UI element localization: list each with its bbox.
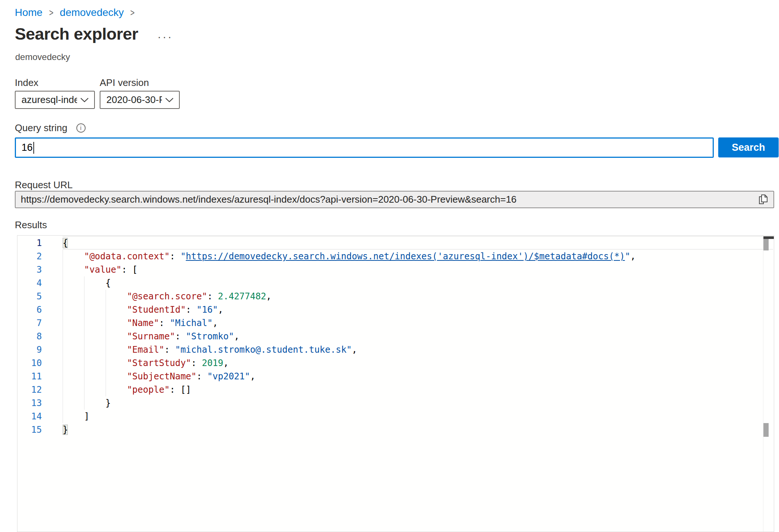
code-line-content: } <box>63 423 774 436</box>
indent-guide <box>84 303 84 316</box>
code-line[interactable]: 13 } <box>17 396 774 410</box>
code-token: 2.4277482 <box>218 291 266 302</box>
code-line-content: "@search.score": 2.4277482, <box>63 290 774 303</box>
query-string-label: Query string <box>15 122 67 134</box>
code-token: , <box>630 251 636 262</box>
code-token: "SubjectName" <box>127 371 196 382</box>
indent-guide <box>84 316 84 330</box>
code-line-content: ] <box>63 410 774 423</box>
chevron-down-icon <box>165 97 174 103</box>
query-string-input[interactable]: 16 <box>15 137 714 158</box>
code-token: , <box>218 305 223 315</box>
api-version-label: API version <box>100 77 149 89</box>
code-lines: 1{2 "@odata.context": "https://demovedec… <box>17 236 774 436</box>
line-number: 12 <box>17 383 63 396</box>
code-link[interactable]: https://demovedecky.search.windows.net/i… <box>186 251 625 262</box>
query-string-value: 16 <box>21 142 33 153</box>
index-dropdown[interactable]: azuresql-index <box>15 91 95 109</box>
info-icon[interactable]: i <box>76 123 86 133</box>
code-line[interactable]: 3 "value": [ <box>17 263 774 276</box>
api-version-dropdown-value: 2020-06-30-Pre... <box>106 94 162 106</box>
code-line[interactable]: 6 "StudentId": "16", <box>17 303 774 316</box>
line-number: 4 <box>17 276 63 290</box>
code-token: ] <box>84 411 89 422</box>
results-json-editor[interactable]: 1{2 "@odata.context": "https://demovedec… <box>17 235 774 532</box>
indent-guide <box>84 383 84 396</box>
code-token: " <box>180 251 186 262</box>
code-token: "Surname" <box>127 331 175 342</box>
code-token: : <box>170 251 180 262</box>
code-token: : <box>165 345 175 355</box>
indent-guide <box>63 410 63 423</box>
code-line[interactable]: 11 "SubjectName": "vp2021", <box>17 370 774 383</box>
request-url-label: Request URL <box>15 179 73 191</box>
indent-guide <box>106 356 106 370</box>
chevron-down-icon <box>80 97 89 103</box>
breadcrumb-chevron-icon: > <box>49 7 53 18</box>
search-button[interactable]: Search <box>718 137 779 157</box>
indent-guide <box>106 316 106 330</box>
code-line[interactable]: 15} <box>17 423 774 436</box>
indent-guide <box>63 303 63 316</box>
code-token: } <box>63 425 68 435</box>
copy-icon[interactable] <box>758 194 768 206</box>
code-line-content: } <box>63 396 774 410</box>
overview-ruler-bracket-mark-bottom[interactable] <box>763 423 769 437</box>
code-line[interactable]: 1{ <box>17 236 774 250</box>
code-line[interactable]: 14 ] <box>17 410 774 423</box>
code-line[interactable]: 12 "people": [] <box>17 383 774 396</box>
code-line[interactable]: 9 "Email": "michal.stromko@.student.tuke… <box>17 343 774 356</box>
search-explorer-page: Home > demovedecky > Search explorer ···… <box>0 0 779 532</box>
code-line-content: "people": [] <box>63 383 774 396</box>
line-number: 15 <box>17 423 63 436</box>
indent-guide <box>63 330 63 343</box>
line-number: 3 <box>17 263 63 276</box>
code-token: , <box>266 291 271 302</box>
code-line[interactable]: 4 { <box>17 276 774 290</box>
line-number: 1 <box>17 236 63 250</box>
code-line-content: "Surname": "Stromko", <box>63 330 774 343</box>
indent-guide <box>84 330 84 343</box>
breadcrumb-service-link[interactable]: demovedecky <box>60 7 124 19</box>
code-token: "vp2021" <box>207 371 250 382</box>
code-token: "michal.stromko@.student.tuke.sk" <box>175 345 352 355</box>
code-token: : <box>175 331 186 342</box>
indent-guide <box>106 330 106 343</box>
code-token: "StudentId" <box>127 305 186 315</box>
line-number: 9 <box>17 343 63 356</box>
code-token: { <box>106 278 111 288</box>
code-line-content: "Name": "Michal", <box>63 316 774 330</box>
code-token: : <box>186 305 196 315</box>
code-line[interactable]: 8 "Surname": "Stromko", <box>17 330 774 343</box>
code-line-content: { <box>63 236 774 250</box>
api-version-dropdown[interactable]: 2020-06-30-Pre... <box>100 91 180 109</box>
line-number: 8 <box>17 330 63 343</box>
overview-ruler-bracket-mark-top[interactable] <box>763 239 769 250</box>
code-line[interactable]: 10 "StartStudy": 2019, <box>17 356 774 370</box>
indent-guide <box>84 356 84 370</box>
code-token: 2019 <box>202 358 223 368</box>
code-token: , <box>223 358 228 368</box>
code-token: "StartStudy" <box>127 358 191 368</box>
code-line[interactable]: 2 "@odata.context": "https://demovedecky… <box>17 250 774 263</box>
indent-guide <box>106 370 106 383</box>
indent-guide <box>84 396 84 410</box>
code-line[interactable]: 5 "@search.score": 2.4277482, <box>17 290 774 303</box>
breadcrumb-home-link[interactable]: Home <box>15 7 43 19</box>
line-number: 2 <box>17 250 63 263</box>
code-line[interactable]: 7 "Name": "Michal", <box>17 316 774 330</box>
code-token: "@odata.context" <box>84 251 170 262</box>
request-url-bar: https://demovedecky.search.windows.net/i… <box>15 191 774 208</box>
indent-guide <box>84 370 84 383</box>
indent-guide <box>63 343 63 356</box>
overview-ruler-cursor-mark <box>763 236 774 239</box>
indent-guide <box>63 356 63 370</box>
indent-guide <box>106 343 106 356</box>
code-token: "Email" <box>127 345 164 355</box>
more-options-icon[interactable]: ··· <box>158 30 173 43</box>
code-token: { <box>63 238 68 248</box>
line-number: 10 <box>17 356 63 370</box>
code-token: : [ <box>122 265 137 275</box>
indent-guide <box>84 290 84 303</box>
code-token: "people" <box>127 385 170 395</box>
